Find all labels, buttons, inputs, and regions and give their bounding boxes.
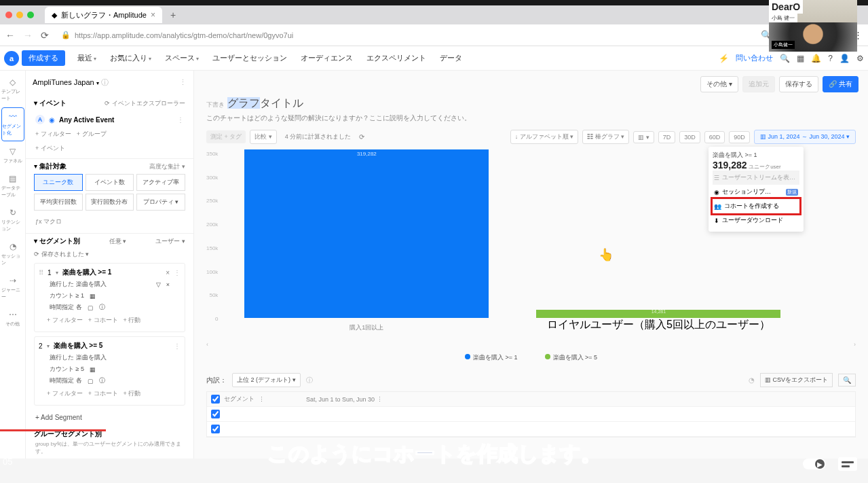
preset-7d[interactable]: 7D (658, 131, 676, 143)
inquiry-link[interactable]: 問い合わせ (736, 53, 773, 63)
event-explorer-link[interactable]: ⟳ イベントエクスプローラー (105, 99, 185, 108)
compare-chip[interactable]: 比較 ▾ (250, 130, 277, 144)
metric-avg[interactable]: 平均実行回数 (34, 194, 83, 211)
info-icon[interactable]: ⓘ (99, 376, 105, 385)
search-icon[interactable]: 🔍 (780, 54, 790, 63)
rail-sessions[interactable]: ◔セッション (1, 238, 24, 270)
sort-dropdown[interactable]: ↓ アルファベット順 ▾ (510, 130, 579, 144)
col-daterange[interactable]: Sat, Jun 1 to Sun, Jun 30 (306, 396, 375, 403)
bell-icon[interactable]: 🔔 (811, 54, 821, 63)
metric-properties[interactable]: プロパティ ▾ (136, 194, 185, 211)
breakdown-select[interactable]: 上位 2 (デフォルト) ▾ (232, 373, 301, 387)
legend-item-1[interactable]: 楽曲を購入 >= 1 (465, 353, 518, 362)
rail-journeys[interactable]: ⇢ジャーニー (1, 272, 24, 304)
reload-icon[interactable]: ⟳ (41, 30, 49, 41)
interval-dropdown[interactable]: ▥ ▾ (633, 131, 654, 143)
chevron-down-icon[interactable]: ▾ (47, 343, 50, 349)
segment-saved[interactable]: ⟳ 保存されました ▾ (34, 250, 89, 259)
menu-recent[interactable]: 最近▾ (72, 49, 102, 67)
project-selector[interactable]: AmpliTunes Japan ▾ ⓘ (33, 77, 109, 88)
amplitude-logo-icon[interactable]: a (4, 51, 19, 66)
metric-uniques[interactable]: ユニーク数 (34, 174, 83, 191)
more-icon[interactable]: ⋮ (177, 116, 184, 124)
menu-users-sessions[interactable]: ユーザーとセッション (207, 49, 293, 67)
time-row[interactable]: 時間指定 各 (50, 376, 82, 385)
segment-user[interactable]: ユーザー ▾ (155, 237, 185, 246)
add-filter-link[interactable]: + フィルター (47, 389, 83, 398)
rail-retention[interactable]: ↻リテンション (1, 204, 24, 236)
session-replay[interactable]: ◉ セッションリプ…新規 (713, 185, 799, 199)
rail-other[interactable]: ⋯その他 (1, 306, 24, 332)
more-icon[interactable]: ⋮ (179, 78, 187, 87)
autoplay-toggle[interactable] (803, 459, 826, 469)
info-icon[interactable]: ⓘ (306, 376, 313, 385)
next-page[interactable]: › (854, 341, 856, 348)
rail-template[interactable]: ◇テンプレート (1, 73, 24, 106)
advanced-measure-link[interactable]: 高度な集計 ▾ (149, 162, 185, 171)
macro-link[interactable]: ƒx マクロ (34, 213, 185, 230)
time-row[interactable]: 時間指定 各 (50, 303, 82, 312)
row-checkbox[interactable] (211, 410, 220, 418)
create-button[interactable]: 作成する (22, 50, 65, 66)
event-row[interactable]: A ◉ Any Active Event ⋮ (34, 112, 185, 127)
preset-90d[interactable]: 90D (729, 131, 750, 143)
more-icon[interactable]: ⋮ (174, 269, 181, 276)
info-icon[interactable]: ⓘ (99, 303, 105, 312)
video-progress-bar[interactable] (0, 429, 106, 431)
add-to-button[interactable]: 追加元 (742, 76, 775, 92)
back-icon[interactable]: ← (5, 30, 15, 41)
menu-data[interactable]: データ (434, 49, 468, 67)
edit-icon[interactable]: ▦ (90, 293, 96, 300)
add-event-link[interactable]: + イベント (34, 141, 185, 156)
segment-label[interactable]: 楽曲を購入 >= 1 (62, 268, 112, 277)
table-row[interactable] (207, 407, 855, 422)
calendar-icon[interactable]: ▢ (88, 378, 94, 384)
more-icon[interactable]: ⋮ (174, 342, 181, 350)
col-segment[interactable]: セグメント (224, 395, 254, 404)
drag-icon[interactable]: ⠿ (39, 269, 43, 276)
menu-spaces[interactable]: スペース▾ (159, 49, 204, 67)
other-button[interactable]: その他 ▾ (700, 76, 738, 92)
avatar-icon[interactable]: 👤 (839, 54, 850, 63)
menu-experiment[interactable]: エクスペリメント (361, 49, 432, 67)
bar-segment-1[interactable]: 319,282 (244, 149, 489, 318)
add-group-link[interactable]: + グループ (77, 130, 107, 139)
add-action-link[interactable]: + 行動 (124, 389, 141, 398)
segment-any[interactable]: 任意 ▾ (109, 237, 127, 246)
user-download[interactable]: ⬇ ユーザーダウンロード (713, 213, 799, 228)
row-checkbox[interactable] (211, 425, 220, 433)
forward-icon[interactable]: → (23, 30, 33, 41)
rail-funnel[interactable]: ▽ファネル (1, 143, 24, 168)
clock-icon[interactable]: ◔ (749, 376, 755, 384)
chevron-down-icon[interactable]: ▾ (56, 270, 58, 276)
add-cohort-link[interactable]: + コホート (88, 316, 118, 325)
calendar-icon[interactable]: ▢ (88, 304, 94, 311)
chart-type-dropdown[interactable]: ☷ 棒グラフ ▾ (582, 130, 629, 144)
refresh-icon[interactable]: ⟳ (359, 133, 364, 141)
measure-tags-chip[interactable]: 測定 + タグ (206, 130, 246, 143)
share-button[interactable]: 🔗 共有 (823, 76, 858, 92)
prev-page[interactable]: ‹ (206, 341, 208, 348)
search-icon[interactable]: 🔍 (838, 374, 856, 387)
table-row[interactable] (207, 422, 855, 437)
bar-segment-2[interactable]: 14,281 (536, 310, 780, 318)
preset-60d[interactable]: 60D (704, 131, 725, 143)
add-filter-link[interactable]: + フィルター (35, 130, 71, 139)
chart-title-input[interactable]: グラフタイトル (227, 97, 303, 109)
select-all-checkbox[interactable] (211, 395, 220, 404)
save-button[interactable]: 保存する (779, 76, 818, 92)
menu-favorites[interactable]: お気に入り▾ (105, 49, 157, 67)
new-tab-button[interactable]: + (166, 10, 180, 20)
funnel-icon[interactable]: ▽ (156, 281, 161, 288)
view-user-streams[interactable]: ☰ ユーザーストリームを表… (713, 171, 799, 185)
add-filter-link[interactable]: + フィルター (47, 316, 83, 325)
preset-30d[interactable]: 30D (679, 131, 700, 143)
metric-active-pct[interactable]: アクティブ率 (136, 174, 185, 191)
add-segment-link[interactable]: + Add Segment (34, 410, 185, 425)
edit-icon[interactable]: ▦ (90, 366, 96, 373)
add-cohort-link[interactable]: + コホート (88, 389, 118, 398)
metric-freq[interactable]: 実行回数分布 (86, 194, 134, 211)
help-icon[interactable]: ? (828, 54, 833, 63)
window-controls[interactable] (5, 12, 34, 18)
create-cohort[interactable]: 👥 コホートを作成する (713, 199, 799, 213)
